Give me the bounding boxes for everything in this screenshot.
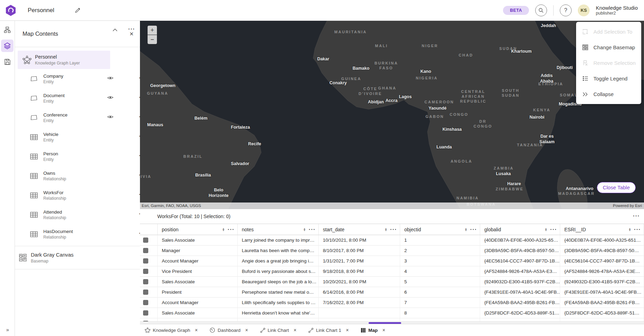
column-header-objectid[interactable]: objectid▲▼··· [400,224,480,235]
sort-icon[interactable]: ▲▼ [545,228,547,231]
sidebar-item-data-model[interactable] [1,24,14,36]
map-label: NAMIBIA [457,196,479,201]
zoom-out-button[interactable]: − [148,35,157,44]
row-checkbox[interactable] [143,310,148,316]
collapse-layer-chevron-icon[interactable] [113,28,117,32]
layer-item-row[interactable]: Person Entity ··· [15,147,140,166]
column-options-ellipsis[interactable]: ··· [634,226,641,233]
table-row[interactable]: Account Manager Angie does a great job b… [140,256,644,266]
column-options-ellipsis[interactable]: ··· [228,226,235,233]
cell-start-date: 8/10/2017, 8:00 PM [319,245,400,256]
row-checkbox[interactable] [143,238,148,243]
help-button[interactable]: ? [560,5,572,16]
column-options-ellipsis[interactable]: ··· [550,226,557,233]
zoom-in-button[interactable]: + [148,26,157,35]
layer-item-row[interactable]: Document Entity ··· [15,88,140,108]
scrollbar-thumb[interactable] [369,322,401,324]
table-row[interactable]: Sales Associate Henrietta doesn't know w… [140,308,644,318]
column-options-ellipsis[interactable]: ··· [390,226,397,233]
row-checkbox[interactable] [143,248,148,253]
map-label: Manaus [147,122,164,128]
tab-link-chart[interactable]: Link Chart ✕ [260,328,297,333]
menu-item-toggle-legend[interactable]: Toggle Legend [576,71,641,86]
close-table-button[interactable]: Close Table [597,182,636,193]
tab-dashboard[interactable]: Dashboard ✕ [210,327,248,333]
zoom-control: + − [148,26,157,44]
table-row[interactable]: Vice President Buford is very passionate… [140,266,644,277]
menu-item-collapse[interactable]: Collapse [576,86,641,102]
sidebar-item-save[interactable] [1,55,14,68]
layer-item-row[interactable]: Vehicle Entity ··· [15,127,140,147]
item-type: Relationship [43,215,66,220]
layer-item-row[interactable]: Attended Relationship ··· [15,205,140,224]
column-header-globalid[interactable]: globalid▲▼··· [480,224,560,235]
row-checkbox[interactable] [143,290,148,295]
table-horizontal-scrollbar[interactable] [140,321,644,324]
sort-icon[interactable]: ▲▼ [465,228,467,231]
item-name: WorksFor [43,190,66,195]
cell-globalid: {F43E91EE-097A-40A1-9C4E-9FB… [480,287,560,297]
map-label: Conakry [329,80,347,86]
layer-item-row[interactable]: Conference Entity ··· [15,108,140,127]
visibility-eye-icon[interactable] [107,95,114,100]
column-header-start-date[interactable]: start_date▲▼··· [319,224,400,235]
cell-notes: Angie does a great job bringing i… [238,256,319,266]
item-type: Relationship [43,176,66,181]
table-row[interactable]: Sales Associate Larry joined the company… [140,235,644,245]
table-row[interactable]: Sales Associate Beauregard sleeps on the… [140,277,644,287]
search-button[interactable] [535,5,547,16]
basemap-row[interactable]: Dark Gray Canvas Basemap [15,246,140,269]
expand-rail-chevrons-icon[interactable]: » [0,327,15,333]
row-checkbox[interactable] [143,300,148,305]
close-tab-icon[interactable]: ✕ [195,328,198,333]
row-checkbox[interactable] [143,258,148,264]
close-tab-icon[interactable]: ✕ [382,328,385,333]
column-options-ellipsis[interactable]: ··· [309,226,316,233]
panel-title: Map Contents [23,31,58,37]
layer-item-row[interactable]: Company Entity ··· [15,69,140,88]
cell-esri-id: {40DE0B7A-EF0E-4000-A325-651… [560,235,644,245]
sort-icon[interactable]: ▲▼ [222,228,225,231]
standalone-table-icon [30,212,38,218]
table-row[interactable]: Manager Lauretta has been with the comp…… [140,245,644,256]
item-name: Vehicle [43,132,59,137]
map-label: Djibouti [557,65,573,71]
table-options-ellipsis[interactable]: ··· [633,213,640,219]
column-header-esri-id[interactable]: ESRI__ID▲▼··· [560,224,644,235]
tab-knowledge-graph[interactable]: Knowledge Graph ✕ [145,327,198,333]
basemap-tiles-icon [19,254,27,261]
sort-icon[interactable]: ▲▼ [385,228,387,231]
close-tab-icon[interactable]: ✕ [346,328,349,333]
layer-options-ellipsis[interactable]: ··· [128,26,135,33]
knowledge-graph-layer-row[interactable]: Personnel Knowledge Graph Layer [18,51,110,69]
close-tab-icon[interactable]: ✕ [245,328,248,333]
cell-globalid: {FE4A59AB-BAA2-495B-B261-FB… [480,298,560,308]
entity-polygon-icon [30,114,38,121]
visibility-eye-icon[interactable] [107,76,114,80]
menu-item-change-basemap[interactable]: Change Basemap [576,40,641,55]
column-options-ellipsis[interactable]: ··· [470,226,477,233]
tab-link-chart-1[interactable]: Link Chart 1 ✕ [308,328,349,333]
cell-notes: Lilith specifically sells supplies to … [238,298,319,308]
sort-icon[interactable]: ▲▼ [303,228,306,231]
layer-item-row[interactable]: HasDocument Relationship ··· [15,224,140,244]
edit-title-pencil-icon[interactable] [74,7,81,14]
column-header-position[interactable]: position▲▼··· [158,224,238,235]
layer-item-row[interactable]: Owns Relationship ··· [15,166,140,186]
map-view[interactable]: MAURITANIA MALI NIGER SUDAN CHAD BURKINA… [140,21,644,209]
close-tab-icon[interactable]: ✕ [293,328,297,333]
cell-objectid: 5 [400,277,480,287]
collapse-chevrons-icon [582,92,588,97]
sidebar-item-map-contents[interactable] [1,40,14,52]
row-checkbox[interactable] [143,279,148,284]
sort-icon[interactable]: ▲▼ [628,228,631,231]
table-row[interactable]: President Persephone started new metal o… [140,287,644,298]
column-header-notes[interactable]: notes▲▼··· [238,224,319,235]
tab-map[interactable]: Map ✕ [361,328,385,333]
visibility-eye-icon[interactable] [107,115,114,119]
layer-item-row[interactable]: WorksFor Relationship ··· [15,186,140,205]
user-avatar[interactable]: KS [578,5,590,16]
row-checkbox[interactable] [143,269,148,274]
table-row[interactable]: Account Manager Lilith specifically sell… [140,298,644,308]
main-content: MAURITANIA MALI NIGER SUDAN CHAD BURKINA… [140,21,644,336]
